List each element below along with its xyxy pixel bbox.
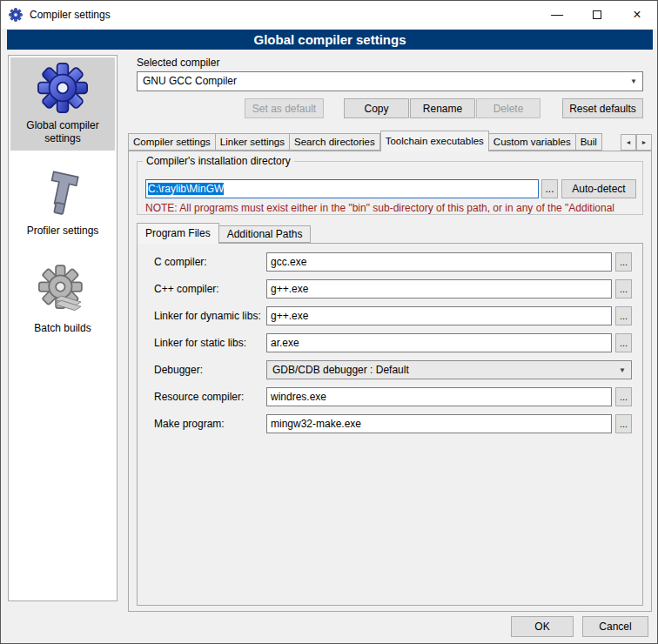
chevron-down-icon: ▼: [619, 361, 626, 379]
resource-compiler-value: windres.exe: [271, 391, 326, 403]
tab-search-directories[interactable]: Search directories: [290, 133, 380, 151]
installation-directory-group-label: Compiler's installation directory: [143, 155, 294, 167]
resource-compiler-row: Resource compiler: windres.exe ...: [137, 387, 643, 406]
selected-path-text: C:\raylib\MinGW: [148, 183, 224, 195]
subtab-program-files[interactable]: Program Files: [137, 223, 219, 244]
dialog-header: Global compiler settings: [7, 30, 653, 50]
app-gear-icon[interactable]: [9, 8, 23, 22]
arrow-left-icon: ◄: [626, 139, 632, 145]
ok-button[interactable]: OK: [511, 616, 574, 637]
tab-toolchain-executables[interactable]: Toolchain executables: [380, 131, 489, 151]
sidebar-item-profiler-settings[interactable]: Profiler settings: [10, 163, 115, 243]
c-compiler-label: C compiler:: [154, 252, 207, 272]
resource-compiler-input[interactable]: windres.exe: [266, 387, 612, 406]
make-program-label: Make program:: [154, 414, 225, 433]
tab-scroll-right-button[interactable]: ►: [636, 134, 652, 151]
dynamic-linker-input[interactable]: g++.exe: [266, 306, 612, 325]
minimize-button[interactable]: —: [537, 1, 577, 28]
debugger-value: GDB/CDB debugger : Default: [272, 361, 409, 379]
selected-compiler-label: Selected compiler: [137, 53, 219, 72]
set-as-default-button: Set as default: [245, 98, 324, 118]
cancel-button[interactable]: Cancel: [582, 616, 648, 637]
arrow-right-icon: ►: [641, 139, 648, 145]
resource-compiler-browse-button[interactable]: ...: [615, 387, 632, 406]
dynamic-linker-label: Linker for dynamic libs:: [154, 306, 261, 325]
settings-tabstrip: Compiler settings Linker settings Search…: [128, 131, 652, 151]
gray-gear-stack-icon: [38, 264, 87, 316]
subtab-additional-paths[interactable]: Additional Paths: [219, 225, 312, 243]
maximize-icon: [593, 10, 601, 19]
debugger-dropdown[interactable]: GDB/CDB debugger : Default ▼: [266, 360, 632, 379]
cpp-compiler-row: C++ compiler: g++.exe ...: [137, 279, 643, 299]
resource-compiler-label: Resource compiler:: [154, 387, 244, 406]
make-program-input[interactable]: mingw32-make.exe: [266, 414, 612, 433]
dynamic-linker-value: g++.exe: [271, 310, 308, 322]
maximize-button[interactable]: [577, 1, 617, 28]
cpp-compiler-value: g++.exe: [271, 283, 308, 295]
reset-defaults-button[interactable]: Reset defaults: [562, 98, 643, 118]
sidebar-item-label: Batch builds: [34, 322, 91, 335]
static-linker-input[interactable]: ar.exe: [266, 333, 612, 352]
rename-button[interactable]: Rename: [410, 98, 475, 118]
make-program-value: mingw32-make.exe: [271, 418, 361, 430]
tab-build-options[interactable]: Buil: [576, 133, 602, 151]
static-linker-browse-button[interactable]: ...: [615, 333, 632, 352]
dynamic-linker-row: Linker for dynamic libs: g++.exe ...: [137, 306, 643, 325]
cpp-compiler-browse-button[interactable]: ...: [615, 279, 632, 299]
dynamic-linker-browse-button[interactable]: ...: [615, 306, 632, 325]
sidebar-item-batch-builds[interactable]: Batch builds: [10, 258, 115, 340]
compiler-settings-dialog: Compiler settings — × Global compiler se…: [0, 0, 658, 644]
static-linker-row: Linker for static libs: ar.exe ...: [137, 333, 643, 352]
sidebar-item-global-compiler-settings[interactable]: Global compiler settings: [10, 57, 115, 151]
installation-directory-browse-button[interactable]: ...: [541, 179, 558, 198]
selected-compiler-value: GNU GCC Compiler: [143, 72, 237, 91]
static-linker-label: Linker for static libs:: [154, 333, 246, 352]
c-compiler-row: C compiler: gcc.exe ...: [137, 252, 643, 272]
minimize-icon: —: [551, 7, 563, 21]
c-compiler-browse-button[interactable]: ...: [615, 252, 632, 272]
close-button[interactable]: ×: [617, 1, 657, 28]
sidebar-item-label: Global compiler settings: [12, 119, 113, 145]
tab-compiler-settings[interactable]: Compiler settings: [128, 133, 216, 151]
debugger-row: Debugger: GDB/CDB debugger : Default ▼: [137, 360, 643, 379]
auto-detect-button[interactable]: Auto-detect: [561, 179, 636, 198]
chevron-down-icon: ▼: [630, 72, 637, 91]
program-files-tabstrip: Program Files Additional Paths: [137, 223, 511, 244]
debugger-label: Debugger:: [154, 360, 203, 379]
window-title: Compiler settings: [30, 1, 111, 29]
category-sidebar: Global compiler settings Profiler settin…: [8, 55, 118, 601]
c-compiler-value: gcc.exe: [271, 256, 306, 268]
static-linker-value: ar.exe: [271, 337, 299, 349]
cpp-compiler-input[interactable]: g++.exe: [266, 279, 612, 299]
blue-gear-icon: [37, 63, 88, 113]
delete-button: Delete: [476, 98, 540, 118]
tab-linker-settings[interactable]: Linker settings: [216, 133, 290, 151]
tab-scroll-left-button[interactable]: ◄: [621, 134, 636, 151]
bin-subdirectory-note: NOTE: All programs must exist either in …: [145, 202, 648, 214]
sidebar-item-label: Profiler settings: [27, 225, 99, 238]
cpp-compiler-label: C++ compiler:: [154, 279, 219, 299]
titlebar: Compiler settings — ×: [1, 1, 657, 29]
make-program-row: Make program: mingw32-make.exe ...: [137, 414, 643, 433]
tab-custom-variables[interactable]: Custom variables: [489, 133, 576, 151]
profiler-tool-icon: [39, 168, 86, 218]
installation-directory-input[interactable]: C:\raylib\MinGW: [145, 179, 539, 198]
make-program-browse-button[interactable]: ...: [615, 414, 632, 433]
copy-button[interactable]: Copy: [344, 98, 409, 118]
c-compiler-input[interactable]: gcc.exe: [266, 252, 612, 272]
close-icon: ×: [633, 7, 641, 22]
selected-compiler-dropdown[interactable]: GNU GCC Compiler ▼: [137, 71, 643, 91]
